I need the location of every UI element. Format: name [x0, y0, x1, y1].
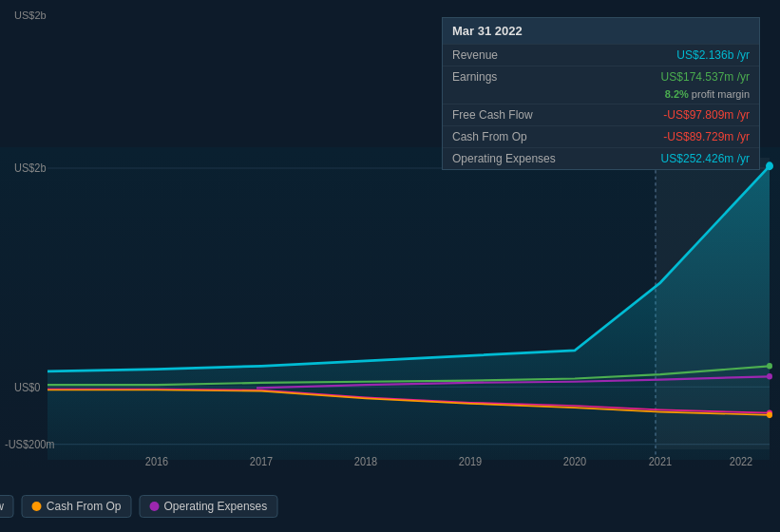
x-label-2021: 2021 [649, 455, 672, 467]
y-zero-label: US$0 [14, 381, 40, 393]
tooltip-earnings-row: Earnings US$174.537m /yr [443, 66, 759, 87]
earnings-value: US$174.537m /yr [661, 70, 750, 84]
opex-label: Operating Expenses [452, 152, 556, 165]
y-bottom-label: -US$200m [5, 439, 55, 451]
x-label-2020: 2020 [563, 455, 586, 467]
legend-opex[interactable]: Operating Expenses [140, 495, 278, 518]
tooltip-card: Mar 31 2022 Revenue US$2.136b /yr Earnin… [442, 17, 760, 170]
revenue-label: Revenue [452, 48, 498, 62]
cfo-value: -US$89.729m /yr [663, 130, 750, 143]
legend-cfo-label: Cash From Op [47, 500, 122, 513]
chart-svg: 2016 2017 2018 2019 2020 2021 2022 US$2b… [0, 147, 780, 470]
earnings-dot-2022 [767, 363, 772, 370]
cfo-label: Cash From Op [452, 130, 527, 143]
x-label-2016: 2016 [145, 455, 168, 467]
revenue-value: US$2.136b /yr [676, 48, 750, 62]
cfo-dot-2022 [767, 412, 772, 419]
chart-area: 2016 2017 2018 2019 2020 2021 2022 US$2b… [0, 147, 780, 470]
x-label-2022: 2022 [730, 455, 752, 467]
legend-opex-label: Operating Expenses [164, 500, 268, 513]
revenue-dot-2022 [766, 162, 773, 170]
earnings-label: Earnings [452, 70, 497, 84]
profit-margin-text: profit margin [692, 88, 750, 100]
profit-margin-value: 8.2% [665, 88, 689, 100]
opex-dot-legend [150, 502, 160, 511]
tooltip-fcf-row: Free Cash Flow -US$97.809m /yr [443, 104, 759, 125]
cfo-dot-legend [32, 502, 42, 511]
fcf-value: -US$97.809m /yr [663, 108, 750, 122]
y-axis-top: US$2b [14, 10, 47, 21]
legend-fcf-label: Free Cash Flow [0, 500, 4, 513]
x-label-2017: 2017 [250, 455, 273, 467]
legend: Revenue Earnings Free Cash Flow Cash Fro… [0, 495, 390, 518]
tooltip-title: Mar 31 2022 [443, 18, 759, 44]
tooltip-cfo-row: Cash From Op -US$89.729m /yr [443, 125, 759, 147]
opex-value: US$252.426m /yr [661, 152, 750, 165]
y-top-label: US$2b [14, 162, 47, 175]
x-label-2019: 2019 [459, 455, 482, 467]
opex-dot-2022 [767, 373, 772, 380]
profit-margin-row: 8.2% profit margin [443, 87, 759, 104]
x-label-2018: 2018 [354, 455, 377, 467]
legend-cfo[interactable]: Cash From Op [22, 495, 132, 518]
tooltip-revenue-row: Revenue US$2.136b /yr [443, 44, 759, 66]
tooltip-opex-row: Operating Expenses US$252.426m /yr [443, 147, 759, 169]
legend-fcf[interactable]: Free Cash Flow [0, 495, 14, 518]
fcf-label: Free Cash Flow [452, 108, 533, 122]
